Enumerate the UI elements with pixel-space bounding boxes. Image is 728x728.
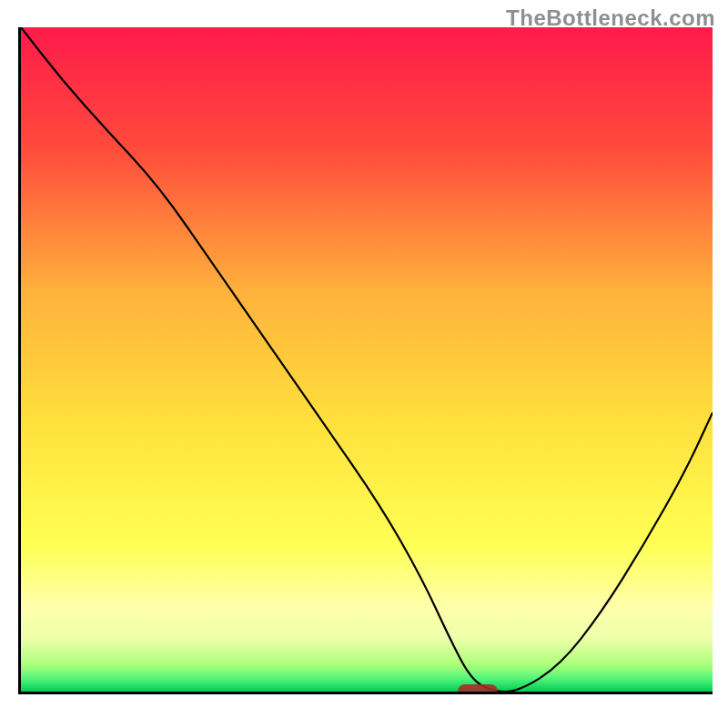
background-gradient (21, 27, 713, 692)
svg-rect-0 (21, 27, 713, 692)
optimal-marker (458, 684, 498, 694)
plot-area (18, 27, 713, 694)
